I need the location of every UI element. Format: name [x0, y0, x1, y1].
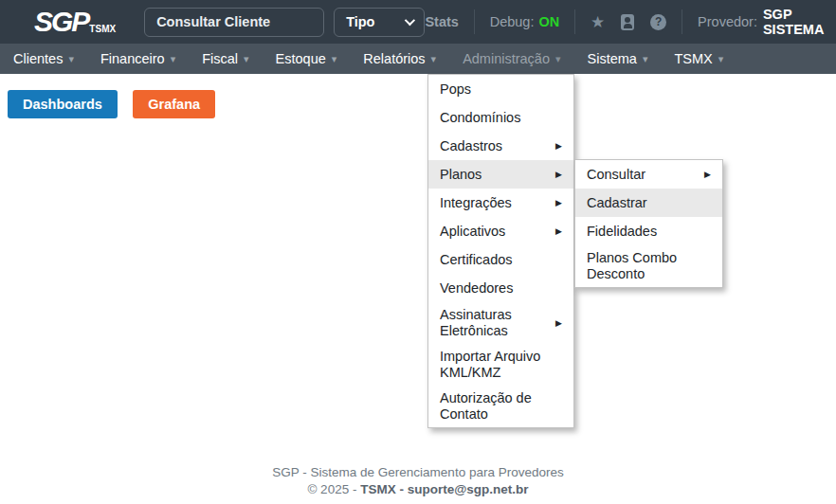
main-nav-bar: Clientes ▾ Financeiro ▾ Fiscal ▾ Estoque… [0, 44, 836, 74]
planos-submenu: Consultar ▶ Cadastrar Fidelidades Planos… [574, 159, 723, 288]
provider-label: Provedor: [698, 14, 757, 29]
divider [474, 9, 475, 34]
grafana-button[interactable]: Grafana [133, 90, 215, 118]
menu-item-planos[interactable]: Planos ▶ [428, 160, 573, 189]
page-footer: SGP - Sistema de Gerenciamento para Prov… [0, 464, 836, 504]
submenu-item-planos-combo-desconto[interactable]: Planos Combo Desconto [575, 245, 722, 287]
menu-item-label: Cadastrar [587, 195, 711, 211]
chevron-down-icon: ▾ [68, 53, 74, 65]
nav-label: Fiscal [202, 51, 238, 66]
chevron-down-icon: ▾ [332, 53, 337, 65]
nav-label: Sistema [588, 51, 637, 66]
chevron-down-icon: ▾ [555, 53, 561, 65]
menu-item-autorizacao-de-contato[interactable]: Autorização de Contato [428, 386, 573, 427]
menu-item-vendedores[interactable]: Vendedores [428, 274, 573, 302]
menu-item-certificados[interactable]: Certificados [428, 245, 573, 274]
submenu-arrow-icon: ▶ [555, 315, 562, 332]
logo-sub-text: TSMX [89, 24, 116, 35]
chevron-down-icon [405, 15, 415, 26]
menu-item-label: Certificados [440, 252, 562, 268]
menu-item-importar-arquivo-kml-kmz[interactable]: Importar Arquivo KML/KMZ [428, 344, 573, 386]
menu-item-label: Planos Combo Desconto [587, 250, 711, 282]
nav-label: Clientes [13, 51, 63, 66]
chevron-down-icon: ▾ [171, 53, 176, 65]
menu-item-label: Planos [440, 167, 555, 183]
administracao-dropdown-menu: Pops Condomínios Cadastros ▶ Planos ▶ In… [427, 74, 574, 428]
menu-item-aplicativos[interactable]: Aplicativos ▶ [428, 217, 573, 245]
chevron-down-icon: ▾ [431, 53, 437, 65]
menu-item-cadastros[interactable]: Cadastros ▶ [428, 132, 573, 160]
nav-item-sistema[interactable]: Sistema ▾ [574, 44, 662, 74]
menu-item-label: Pops [440, 81, 562, 98]
chevron-down-icon: ▾ [643, 53, 648, 65]
menu-item-label: Consultar [587, 167, 704, 183]
nav-label: Relatórios [363, 51, 425, 66]
menu-item-integracoes[interactable]: Integrações ▶ [428, 189, 573, 217]
nav-label: Financeiro [100, 51, 165, 66]
divider [682, 9, 682, 34]
stats-link[interactable]: Stats [425, 14, 458, 29]
sgp-logo[interactable]: SGP TSMX [34, 9, 116, 35]
nav-label: TSMX [674, 51, 712, 66]
type-select[interactable]: Tipo [334, 8, 425, 37]
submenu-arrow-icon: ▶ [555, 167, 562, 183]
footer-line1: SGP - Sistema de Gerenciamento para Prov… [0, 464, 836, 481]
nav-label: Estoque [276, 51, 326, 66]
footer-line2: © 2025 - TSMX - suporte@sgp.net.br [0, 481, 836, 498]
dashboards-button[interactable]: Dashboards [8, 90, 118, 118]
provider-info: Provedor: SGP SISTEMA [698, 7, 825, 37]
nav-item-fiscal[interactable]: Fiscal ▾ [189, 44, 262, 74]
help-icon[interactable]: ? [650, 14, 666, 30]
submenu-item-fidelidades[interactable]: Fidelidades [575, 217, 722, 245]
menu-item-label: Aplicativos [440, 224, 555, 240]
debug-on-badge: ON [538, 14, 559, 29]
debug-status: Debug: ON [490, 14, 560, 29]
chevron-down-icon: ▾ [244, 53, 249, 65]
type-select-value: Tipo [346, 14, 374, 29]
menu-item-condominios[interactable]: Condomínios [428, 103, 573, 132]
provider-value: SGP SISTEMA [763, 7, 825, 37]
star-favorites-icon[interactable]: ★ [591, 14, 605, 30]
submenu-arrow-icon: ▶ [555, 224, 562, 240]
submenu-item-consultar[interactable]: Consultar ▶ [575, 160, 722, 189]
nav-item-financeiro[interactable]: Financeiro ▾ [87, 44, 189, 74]
top-header-bar: SGP TSMX Tipo Stats Debug: ON ★ ? Proved… [0, 0, 836, 44]
nav-label: Administração [463, 51, 550, 66]
submenu-arrow-icon: ▶ [555, 138, 562, 154]
topbar-right-group: Stats Debug: ON ★ ? Provedor: SGP SISTEM… [425, 7, 825, 37]
footer-support-link[interactable]: TSMX - suporte@sgp.net.br [360, 482, 528, 496]
header-icon-group: ★ ? [591, 14, 666, 30]
submenu-arrow-icon: ▶ [555, 195, 562, 211]
menu-item-label: Condomínios [440, 110, 562, 126]
menu-item-label: Integrações [440, 195, 555, 211]
submenu-item-cadastrar[interactable]: Cadastrar [575, 189, 722, 217]
submenu-arrow-icon: ▶ [704, 167, 711, 183]
menu-item-assinaturas-eletronicas[interactable]: Assinaturas Eletrônicas ▶ [428, 302, 573, 344]
contact-badge-icon[interactable] [621, 14, 634, 30]
chevron-down-icon: ▾ [718, 53, 724, 65]
nav-item-administracao[interactable]: Administração ▾ [449, 44, 573, 74]
footer-copyright: © 2025 - [307, 482, 360, 496]
logo-text: SGP [34, 9, 88, 35]
menu-item-label: Assinaturas Eletrônicas [440, 307, 555, 339]
menu-item-label: Vendedores [440, 280, 562, 297]
menu-item-pops[interactable]: Pops [428, 75, 573, 103]
menu-item-label: Autorização de Contato [440, 390, 562, 423]
debug-label: Debug: [490, 14, 535, 29]
nav-item-relatorios[interactable]: Relatórios ▾ [350, 44, 449, 74]
menu-item-label: Cadastros [440, 138, 555, 154]
nav-item-estoque[interactable]: Estoque ▾ [263, 44, 351, 74]
search-client-input[interactable] [144, 8, 324, 37]
nav-item-clientes[interactable]: Clientes ▾ [0, 44, 87, 74]
divider [574, 9, 575, 34]
menu-item-label: Importar Arquivo KML/KMZ [440, 349, 562, 381]
nav-item-tsmx[interactable]: TSMX ▾ [661, 44, 736, 74]
menu-item-label: Fidelidades [587, 224, 711, 240]
